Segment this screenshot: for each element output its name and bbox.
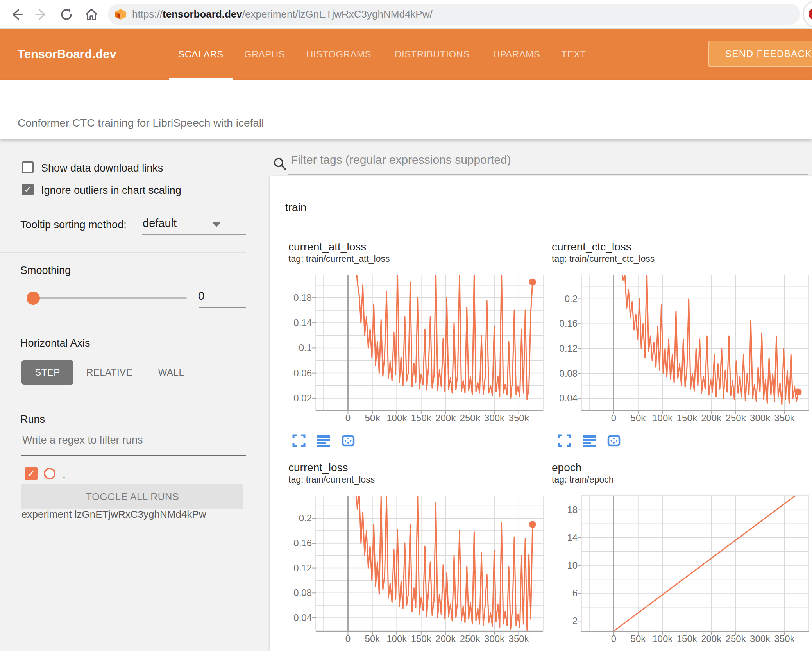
svg-text:0.18: 0.18 (293, 292, 312, 303)
tab-histograms[interactable]: HISTOGRAMS (305, 29, 372, 80)
svg-text:350k: 350k (774, 633, 795, 644)
svg-text:0.16: 0.16 (559, 318, 578, 329)
divider (0, 252, 246, 253)
smoothing-value-underline (199, 307, 246, 308)
experiment-title: Conformer CTC training for LibriSpeech w… (18, 117, 264, 129)
svg-text:0: 0 (611, 413, 616, 423)
run-color-swatch (44, 468, 55, 479)
profile-avatar[interactable] (803, 0, 812, 28)
svg-text:300k: 300k (484, 633, 505, 644)
chart-actions-current-ctc-loss (558, 434, 621, 447)
svg-text:300k: 300k (484, 413, 505, 423)
log-scale-icon[interactable] (317, 434, 330, 447)
expand-icon[interactable] (292, 434, 306, 447)
svg-text:0.08: 0.08 (559, 368, 578, 379)
svg-text:0: 0 (611, 633, 616, 644)
svg-text:50k: 50k (365, 633, 381, 644)
svg-text:2: 2 (572, 615, 578, 626)
axis-step-button[interactable]: STEP (21, 360, 73, 385)
chart-tag-current-att-loss: tag: train/current_att_loss (288, 254, 390, 264)
back-icon[interactable] (9, 7, 24, 22)
show-download-links-label: Show data download links (41, 162, 163, 174)
filter-tags-input[interactable] (290, 153, 799, 167)
forward-icon[interactable] (34, 7, 49, 22)
svg-text:300k: 300k (750, 633, 771, 644)
tag-group-title[interactable]: train (285, 201, 306, 214)
chevron-down-icon[interactable] (212, 222, 221, 227)
send-feedback-button[interactable]: SEND FEEDBACK (708, 41, 812, 67)
fit-domain-icon[interactable] (342, 434, 355, 447)
axis-wall-button[interactable]: WALL (156, 360, 187, 385)
svg-text:200k: 200k (435, 413, 456, 423)
app-brand: TensorBoard.dev (18, 29, 116, 80)
svg-text:100k: 100k (652, 633, 673, 644)
svg-text:150k: 150k (677, 413, 698, 423)
chart-current-ctc-loss[interactable]: 0.040.080.120.160.2050k100k150k200k250k3… (551, 274, 811, 423)
svg-text:200k: 200k (701, 413, 722, 423)
ignore-outliers-label: Ignore outliers in chart scaling (41, 184, 181, 197)
chart-tag-current-ctc-loss: tag: train/current_ctc_loss (552, 254, 655, 264)
svg-text:0.04: 0.04 (559, 393, 578, 403)
horizontal-axis-label: Horizontal Axis (20, 337, 90, 349)
fit-domain-icon[interactable] (607, 434, 621, 447)
svg-text:0: 0 (345, 413, 351, 423)
tensorboard-favicon (114, 8, 127, 20)
url-prefix: https:// (132, 8, 163, 20)
expand-icon[interactable] (558, 434, 571, 447)
chart-title-current-att-loss: current_att_loss (288, 241, 366, 253)
svg-text:150k: 150k (411, 633, 432, 644)
page: https://tensorboard.dev/experiment/lzGnE… (0, 0, 812, 651)
smoothing-slider-handle[interactable] (27, 292, 40, 305)
tab-distributions[interactable]: DISTRIBUTIONS (391, 29, 473, 80)
tab-graphs[interactable]: GRAPHS (241, 29, 288, 80)
train-tag-group-card: train current_att_loss tag: train/curren… (270, 176, 812, 651)
divider (0, 326, 246, 326)
ignore-outliers-checkbox[interactable]: ✓ (22, 184, 34, 195)
svg-text:250k: 250k (460, 633, 481, 644)
divider (0, 404, 246, 404)
svg-text:0.2: 0.2 (299, 513, 312, 523)
toggle-all-runs-button[interactable]: TOGGLE ALL RUNS (21, 484, 243, 509)
tooltip-sorting-select[interactable]: default (143, 217, 177, 230)
chart-title-current-loss: current_loss (288, 461, 348, 474)
svg-text:50k: 50k (631, 633, 646, 644)
reload-icon[interactable] (59, 7, 74, 22)
chart-current-loss[interactable]: 0.040.080.120.160.2050k100k150k200k250k3… (285, 494, 545, 644)
svg-text:0.04: 0.04 (293, 612, 312, 623)
chart-tag-current-loss: tag: train/current_loss (288, 474, 375, 485)
filter-tags-underline (288, 174, 808, 175)
experiment-caption: experiment lzGnETjwRxC3yghNMd4kPw (21, 508, 206, 520)
svg-text:350k: 350k (774, 413, 795, 423)
runs-filter-input[interactable] (21, 434, 246, 447)
svg-text:0.08: 0.08 (293, 587, 312, 598)
axis-relative-button[interactable]: RELATIVE (88, 360, 131, 385)
home-icon[interactable] (84, 7, 99, 22)
run-checkbox[interactable]: ✓ (25, 467, 38, 480)
search-icon (273, 157, 287, 171)
smoothing-value-field[interactable] (197, 289, 248, 303)
svg-text:0: 0 (345, 633, 351, 644)
svg-text:350k: 350k (509, 413, 529, 423)
tab-hparams[interactable]: HPARAMS (490, 29, 544, 80)
chart-tag-epoch: tag: train/epoch (552, 474, 614, 485)
svg-text:0.12: 0.12 (559, 343, 578, 354)
show-download-links-checkbox[interactable] (22, 161, 34, 173)
tab-scalars[interactable]: SCALARS (169, 29, 233, 80)
svg-text:300k: 300k (750, 413, 771, 423)
chart-current-att-loss[interactable]: 0.020.060.10.140.18050k100k150k200k250k3… (285, 274, 545, 423)
tab-text[interactable]: TEXT (558, 29, 589, 80)
svg-text:0.1: 0.1 (299, 342, 312, 353)
chart-epoch[interactable]: 26101418050k100k150k200k250k300k350k (551, 494, 811, 644)
url-domain: tensorboard.dev (163, 8, 242, 20)
svg-text:100k: 100k (386, 633, 407, 644)
chart-title-epoch: epoch (552, 461, 581, 474)
svg-text:250k: 250k (726, 413, 746, 423)
app-header: TensorBoard.dev SCALARS GRAPHS HISTOGRAM… (0, 29, 812, 80)
url-bar[interactable]: https://tensorboard.dev/experiment/lzGnE… (108, 4, 800, 25)
svg-text:0.2: 0.2 (565, 293, 578, 304)
svg-text:200k: 200k (435, 633, 456, 644)
svg-text:0.06: 0.06 (293, 368, 312, 378)
svg-text:10: 10 (567, 560, 578, 571)
log-scale-icon[interactable] (583, 434, 596, 447)
smoothing-slider-track[interactable] (31, 297, 187, 299)
